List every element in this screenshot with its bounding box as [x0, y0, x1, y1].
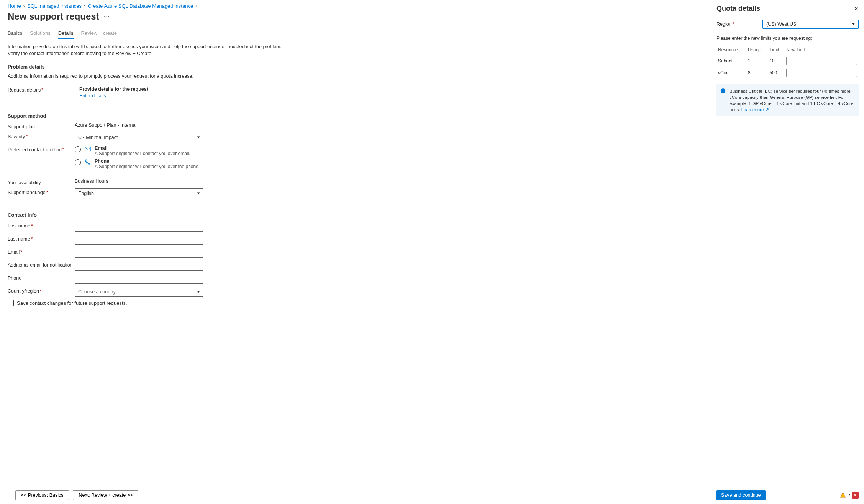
warning-icon [840, 492, 846, 498]
cell-limit: 10 [768, 55, 785, 67]
problem-details-sub: Additional information is required to pr… [8, 74, 703, 79]
table-row: Subnet 1 10 [716, 55, 859, 67]
new-limit-input-subnet[interactable] [786, 57, 857, 65]
col-resource: Resource [716, 45, 746, 55]
status-group: 2 ✕ [840, 492, 859, 499]
provide-details-text: Provide details for the request [79, 87, 203, 92]
table-row: vCore 8 500 [716, 67, 859, 79]
save-contact-label: Save contact changes for future support … [17, 300, 127, 306]
save-continue-button[interactable]: Save and continue [716, 490, 766, 500]
request-details-label: Request details* [8, 86, 75, 93]
country-select[interactable]: Choose a country [75, 287, 203, 297]
col-usage: Usage [746, 45, 768, 55]
chevron-right-icon: › [23, 3, 26, 9]
warning-count: 2 [848, 493, 850, 498]
additional-email-input[interactable] [75, 261, 203, 271]
svg-rect-5 [843, 496, 843, 497]
email-option-desc: A Support engineer will contact you over… [95, 151, 190, 156]
main-content: Home › SQL managed instances › Create Az… [0, 0, 711, 504]
contact-info-heading: Contact info [8, 212, 703, 218]
more-button[interactable]: ··· [104, 13, 110, 20]
country-label: Country/region* [8, 287, 75, 294]
phone-label: Phone [8, 274, 75, 281]
intro-text: Information provided on this tab will be… [8, 44, 284, 57]
tab-basics[interactable]: Basics [8, 28, 22, 39]
svg-rect-4 [843, 494, 843, 496]
first-name-input[interactable] [75, 222, 203, 232]
next-button[interactable]: Next: Review + create >> [73, 490, 138, 500]
email-option-label: Email [95, 146, 190, 151]
close-icon[interactable]: ✕ [854, 5, 859, 12]
svg-rect-2 [723, 90, 723, 92]
tab-review[interactable]: Review + create [81, 28, 117, 39]
footer-buttons: << Previous: Basics Next: Review + creat… [0, 486, 711, 504]
phone-input[interactable] [75, 274, 203, 284]
request-details-block: Provide details for the request Enter de… [75, 86, 203, 99]
quota-details-panel: Quota details ✕ Region* (US) West US Ple… [711, 0, 864, 504]
region-select[interactable]: (US) West US [762, 20, 859, 29]
previous-button[interactable]: << Previous: Basics [15, 490, 69, 500]
panel-title: Quota details [716, 5, 760, 13]
language-label: Support language* [8, 188, 75, 195]
quota-table: Resource Usage Limit New limit Subnet 1 … [716, 45, 859, 79]
mail-icon [85, 146, 91, 152]
last-name-input[interactable] [75, 235, 203, 245]
contact-method-label: Preferred contact method* [8, 146, 75, 152]
first-name-label: First name* [8, 222, 75, 229]
chevron-right-icon: › [83, 3, 86, 9]
page-title: New support request [8, 11, 99, 22]
tab-bar: Basics Solutions Details Review + create [8, 28, 703, 39]
chevron-right-icon: › [195, 3, 198, 9]
severity-select[interactable]: C - Minimal impact [75, 133, 203, 142]
info-icon [720, 88, 726, 95]
cell-resource: vCore [716, 67, 746, 79]
info-box: Business Critical (BC) service tier requ… [716, 84, 859, 116]
additional-email-label: Additional email for notification [8, 261, 75, 268]
email-radio[interactable] [75, 146, 81, 152]
severity-label: Severity* [8, 133, 75, 139]
cell-resource: Subnet [716, 55, 746, 67]
col-limit: Limit [768, 45, 785, 55]
col-newlimit: New limit [785, 45, 859, 55]
error-icon[interactable]: ✕ [852, 492, 859, 499]
support-plan-label: Support plan [8, 123, 75, 129]
breadcrumb: Home › SQL managed instances › Create Az… [8, 3, 703, 9]
tab-solutions[interactable]: Solutions [30, 28, 50, 39]
support-plan-value: Azure Support Plan - Internal [75, 123, 203, 128]
email-input[interactable] [75, 248, 203, 258]
problem-details-heading: Problem details [8, 64, 703, 70]
availability-value: Business Hours [75, 178, 203, 184]
breadcrumb-sql-mi[interactable]: SQL managed instances [27, 3, 82, 9]
breadcrumb-home[interactable]: Home [8, 3, 21, 9]
region-label: Region* [716, 21, 762, 27]
svg-rect-3 [723, 90, 723, 90]
phone-radio[interactable] [75, 159, 81, 165]
tab-details[interactable]: Details [58, 28, 74, 39]
new-limit-input-vcore[interactable] [786, 69, 857, 77]
breadcrumb-create[interactable]: Create Azure SQL Database Managed Instan… [88, 3, 193, 9]
support-method-heading: Support method [8, 113, 703, 119]
cell-usage: 1 [746, 55, 768, 67]
phone-option-label: Phone [95, 159, 200, 164]
phone-icon [85, 159, 91, 165]
cell-limit: 500 [768, 67, 785, 79]
language-select[interactable]: English [75, 188, 203, 198]
learn-more-link[interactable]: Learn more ↗ [741, 107, 769, 112]
phone-option-desc: A Support engineer will contact you over… [95, 164, 200, 169]
svg-rect-0 [85, 147, 90, 151]
availability-label: Your availability [8, 178, 75, 185]
cell-usage: 8 [746, 67, 768, 79]
panel-instruction: Please enter the new limits you are requ… [716, 36, 859, 41]
email-label: Email* [8, 248, 75, 255]
save-contact-checkbox[interactable] [8, 300, 14, 306]
last-name-label: Last name* [8, 235, 75, 242]
enter-details-link[interactable]: Enter details [79, 93, 106, 98]
